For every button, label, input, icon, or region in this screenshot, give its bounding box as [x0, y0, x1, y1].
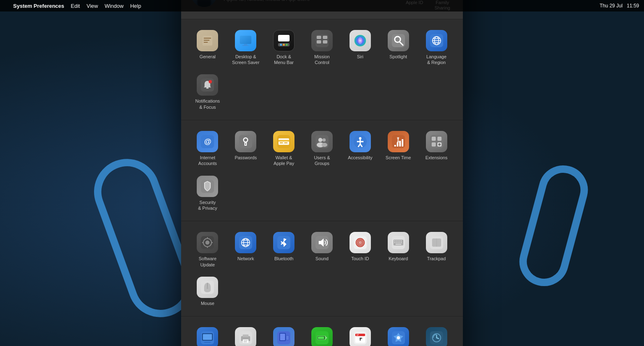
svg-rect-67 [399, 141, 401, 147]
prefs-grid-1: General [189, 26, 455, 113]
battery-icon [311, 327, 333, 346]
svg-rect-26 [317, 40, 321, 44]
menu-view[interactable]: View [87, 3, 98, 9]
siri-label: Siri [357, 54, 363, 60]
menubar-right: Thu 29 Jul 11:59 [600, 3, 639, 9]
svg-rect-71 [437, 137, 442, 141]
notifications-icon [197, 74, 218, 96]
svg-rect-47 [245, 143, 246, 145]
pref-dock[interactable]: Dock &Menu Bar [266, 26, 302, 69]
pref-timemachine[interactable]: TimeMachine [418, 323, 455, 346]
software-label: SoftwareUpdate [199, 256, 216, 268]
mouse-icon [197, 277, 218, 298]
svg-rect-103 [396, 242, 398, 243]
pref-network[interactable]: Network [228, 228, 264, 271]
svg-point-59 [359, 137, 361, 140]
svg-rect-115 [203, 334, 212, 340]
svg-point-139 [359, 338, 361, 339]
general-icon [197, 30, 218, 51]
printers-icon [235, 327, 256, 346]
screentime-icon [388, 131, 409, 152]
pref-screentime[interactable]: Screen Time [380, 127, 416, 170]
network-icon [235, 232, 256, 253]
datetime-icon: 17 [350, 327, 371, 346]
pref-sharing[interactable]: Sharing [380, 323, 416, 346]
svg-rect-104 [398, 242, 400, 243]
pref-general[interactable]: General [189, 26, 226, 69]
pref-bluetooth[interactable]: Bluetooth [266, 228, 302, 271]
prefs-grid-3: SoftwareUpdate Network [189, 228, 455, 309]
svg-point-95 [359, 242, 361, 243]
pref-trackpad[interactable]: Trackpad [418, 228, 455, 271]
menu-help[interactable]: Help [130, 3, 141, 9]
svg-rect-40 [206, 87, 209, 89]
pref-mouse[interactable]: Mouse [189, 273, 226, 309]
svg-point-54 [318, 138, 322, 142]
pref-displays[interactable]: Displays [189, 323, 226, 346]
pref-keyboard[interactable]: Keyboard [380, 228, 416, 271]
desktop-label: Desktop &Screen Saver [232, 54, 260, 66]
svg-rect-101 [400, 241, 402, 241]
pref-sound[interactable]: Sound [304, 228, 340, 271]
pref-users[interactable]: Users &Groups [304, 127, 340, 170]
pref-extensions[interactable]: Extensions [418, 127, 455, 170]
mission-label: MissionControl [314, 54, 329, 66]
extensions-label: Extensions [426, 155, 448, 160]
pref-sidecar[interactable]: Sidecar [266, 323, 302, 346]
svg-point-21 [283, 44, 285, 46]
svg-point-142 [397, 336, 400, 339]
pref-desktop[interactable]: Desktop &Screen Saver [228, 26, 264, 69]
svg-rect-121 [243, 339, 248, 343]
pref-datetime[interactable]: 17 Date & Time [342, 323, 378, 346]
displays-icon [197, 327, 218, 346]
keyboard-icon [388, 232, 409, 253]
svg-point-20 [280, 44, 282, 46]
menubar-date: Thu 29 Jul [600, 3, 623, 9]
menubar-time: 11:59 [627, 3, 639, 9]
svg-rect-10 [204, 38, 211, 39]
pref-battery[interactable]: Battery [304, 323, 340, 346]
pref-touchid[interactable]: Touch ID [342, 228, 378, 271]
pref-printers[interactable]: Printers &Scanners [228, 323, 264, 346]
pref-mission[interactable]: MissionControl [304, 26, 340, 69]
pref-security[interactable]: Security& Privacy [189, 172, 226, 215]
menubar-menus: Edit View Window Help [71, 3, 141, 9]
pref-wallet[interactable]: Wallet &Apple Pay [266, 127, 302, 170]
menu-edit[interactable]: Edit [71, 3, 80, 9]
svg-point-29 [358, 37, 362, 44]
internet-label: InternetAccounts [198, 155, 217, 167]
pref-siri[interactable]: Siri [342, 26, 378, 69]
accessibility-icon [350, 131, 371, 152]
svg-rect-116 [206, 341, 209, 342]
svg-point-22 [286, 44, 288, 46]
svg-rect-52 [284, 142, 288, 143]
svg-rect-50 [278, 140, 289, 142]
svg-rect-128 [286, 336, 289, 340]
svg-rect-100 [398, 241, 400, 241]
svg-rect-14 [240, 36, 251, 44]
bluetooth-icon [273, 232, 294, 253]
pref-language[interactable]: Language& Region [418, 26, 455, 69]
pref-accessibility[interactable]: Accessibility [342, 127, 378, 170]
prefs-row-2: @ InternetAccounts Passwords [181, 120, 463, 221]
notifications-label: Notifications& Focus [195, 98, 220, 110]
svg-rect-105 [400, 242, 402, 243]
svg-point-74 [438, 143, 441, 146]
pref-notifications[interactable]: Notifications& Focus [189, 70, 226, 113]
menu-window[interactable]: Window [105, 3, 124, 9]
svg-rect-25 [323, 36, 327, 39]
spotlight-label: Spotlight [389, 54, 407, 60]
pref-software[interactable]: SoftwareUpdate [189, 228, 226, 271]
svg-rect-11 [204, 40, 209, 41]
pref-passwords[interactable]: Passwords [228, 127, 264, 170]
pref-spotlight[interactable]: Spotlight [380, 26, 416, 69]
pref-internet[interactable]: @ InternetAccounts [189, 127, 226, 170]
prefs-row-1: General [181, 19, 463, 120]
passwords-label: Passwords [235, 155, 257, 160]
trackpad-icon [426, 232, 447, 253]
trackpad-label: Trackpad [427, 256, 446, 261]
sound-label: Sound [315, 256, 329, 261]
svg-rect-132 [318, 337, 324, 339]
prefs-row-4: Displays Printers &Scanners [181, 316, 463, 346]
passwords-icon [235, 131, 256, 152]
